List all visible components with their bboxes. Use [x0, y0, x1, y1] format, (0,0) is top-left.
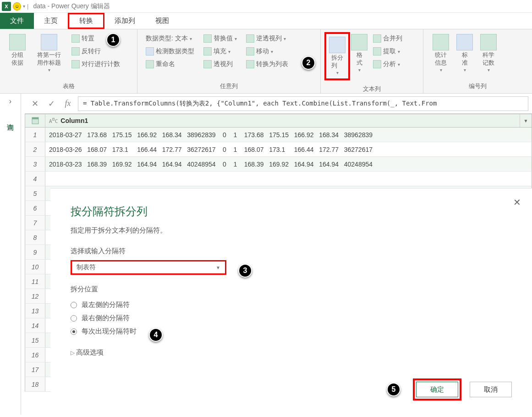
pivot-button[interactable]: 透视列	[202, 59, 239, 70]
chevron-down-icon: ▼	[216, 265, 220, 270]
table-icon	[41, 34, 57, 50]
table-row[interactable]: 22018-03-26 168.07 173.1 166.44 172.77 3…	[25, 142, 532, 157]
radio-each[interactable]: 每次出现分隔符时	[71, 325, 512, 338]
chevron-down-icon: ▾	[336, 70, 339, 76]
text-type-icon: ABC	[49, 117, 58, 124]
cell: 2018-03-26 168.07 173.1 166.44 172.77 36…	[45, 142, 532, 156]
list-icon	[246, 60, 254, 68]
formula-input[interactable]: = Table.TransformColumns(转换为表2, {"Column…	[78, 96, 528, 111]
split-at-label: 拆分位置	[71, 285, 512, 294]
cell: 2018-03-27 173.68 175.15 166.92 168.34 3…	[45, 128, 532, 142]
column-header[interactable]: ABC Column1	[45, 114, 520, 127]
merge-icon	[373, 34, 381, 43]
tab-view[interactable]: 视图	[145, 13, 179, 29]
count-rows-button[interactable]: 对行进行计数	[70, 59, 122, 70]
move-icon	[246, 47, 254, 56]
sigma-icon	[433, 34, 449, 50]
use-first-row-button[interactable]: 将第一行 用作标题 ▾	[31, 32, 67, 75]
chevron-down-icon: ▾	[228, 49, 230, 54]
row-number: 7	[25, 216, 45, 230]
chevron-down-icon: ▾	[398, 62, 400, 67]
split-column-button[interactable]: 拆分 列 ▾	[327, 35, 347, 78]
callout-5: 5	[387, 383, 400, 396]
chevron-down-icon: ▾	[440, 67, 442, 73]
fb-cancel-icon[interactable]: ✕	[28, 97, 41, 110]
cancel-button[interactable]: 取消	[470, 382, 512, 397]
standard-button[interactable]: 标 准 ▾	[455, 32, 475, 75]
extract-icon	[373, 47, 381, 56]
standard-icon	[456, 34, 473, 50]
split-column-dialog: ✕ 按分隔符拆分列 指定用于拆分文本列的分隔符。 选择或输入分隔符 制表符 ▼ …	[50, 188, 532, 417]
table-row[interactable]: 12018-03-27 173.68 175.15 166.92 168.34 …	[25, 128, 532, 142]
excel-icon: X	[2, 2, 11, 11]
scientific-button[interactable]: 科学 记数 ▾	[475, 32, 502, 75]
scientific-icon	[480, 34, 497, 50]
data-type-button[interactable]: 数据类型: 文本▾	[144, 33, 196, 44]
chevron-down-icon: ▾	[284, 36, 286, 41]
rename-button[interactable]: 重命名	[144, 59, 196, 70]
group-label-table: 表格	[0, 80, 137, 93]
row-number: 13	[25, 304, 45, 318]
transpose-icon	[71, 34, 80, 43]
row-number: 11	[25, 274, 45, 289]
row-number: 4	[25, 172, 45, 186]
row-number: 14	[25, 318, 45, 333]
svg-rect-1	[32, 117, 38, 119]
table-row[interactable]: 32018-03-23 168.39 169.92 164.94 164.94 …	[25, 157, 532, 172]
tab-file[interactable]: 文件	[0, 13, 34, 29]
grid-corner-icon[interactable]	[25, 114, 45, 127]
chevron-down-icon: ▾	[464, 67, 466, 73]
tab-add-column[interactable]: 添加列	[104, 13, 145, 29]
row-number: 18	[25, 377, 45, 391]
fill-button[interactable]: 填充▾	[202, 46, 239, 57]
table-row[interactable]: 4	[25, 172, 532, 186]
ribbon: 分组 依据 将第一行 用作标题 ▾ 转置 反转行 对行进行计数 表格 数据类型:…	[0, 29, 532, 94]
close-icon[interactable]: ✕	[513, 197, 521, 208]
reverse-icon	[71, 47, 80, 56]
unpivot-button[interactable]: 逆透视列▾	[244, 33, 290, 44]
radio-leftmost[interactable]: 最左侧的分隔符	[71, 298, 512, 311]
chevron-down-icon: ▾	[190, 36, 192, 41]
replace-button[interactable]: 替换值▾	[202, 33, 239, 44]
chevron-down-icon: ▾	[48, 67, 50, 73]
reverse-rows-button[interactable]: 反转行	[70, 46, 122, 57]
split-column-highlight: 拆分 列 ▾	[324, 32, 350, 80]
detect-type-button[interactable]: 检测数据类型	[144, 46, 196, 57]
format-button[interactable]: 格 式 ▾	[350, 32, 368, 75]
move-button[interactable]: 移动▾	[244, 46, 290, 57]
statistics-button[interactable]: 统计 信息 ▾	[427, 32, 455, 75]
fill-icon	[203, 47, 212, 56]
ok-button[interactable]: 确定	[416, 382, 458, 397]
unpivot-icon	[246, 34, 254, 43]
group-label-text: 文本列	[321, 83, 423, 96]
group-by-button[interactable]: 分组 依据	[4, 32, 31, 69]
merge-cols-button[interactable]: 合并列	[371, 33, 404, 44]
group-by-icon	[9, 34, 26, 50]
group-label-any: 任意列	[137, 80, 320, 93]
extract-button[interactable]: 提取▾	[371, 46, 404, 57]
ok-button-highlight: 确定	[413, 378, 461, 400]
column-filter-dropdown[interactable]: ▼	[520, 114, 532, 127]
row-number: 10	[25, 260, 45, 274]
queries-panel: › 查询	[0, 94, 21, 415]
fb-fx-icon[interactable]: fx	[61, 97, 74, 110]
format-icon	[351, 34, 367, 50]
fb-confirm-icon[interactable]: ✓	[45, 97, 58, 110]
callout-4: 4	[149, 328, 163, 342]
expand-panel-icon[interactable]: ›	[0, 94, 21, 109]
to-list-button[interactable]: 转换为列表	[244, 59, 290, 70]
chevron-down-icon: ▾	[358, 67, 361, 73]
radio-rightmost[interactable]: 最右侧的分隔符	[71, 311, 512, 325]
smiley-icon[interactable]: ☺	[13, 2, 21, 11]
tab-home[interactable]: 主页	[34, 13, 68, 29]
count-icon	[71, 60, 80, 68]
advanced-options-toggle[interactable]: 高级选项	[71, 348, 512, 357]
dialog-title: 按分隔符拆分列	[71, 204, 512, 219]
tab-transform[interactable]: 转换	[68, 13, 104, 29]
qat-dropdown-icon[interactable]: ▾	[23, 4, 25, 9]
parse-button[interactable]: 分析▾	[371, 59, 404, 70]
chevron-down-icon: ▾	[398, 49, 400, 54]
formula-bar: ✕ ✓ fx = Table.TransformColumns(转换为表2, {…	[25, 94, 532, 114]
delimiter-combobox[interactable]: 制表符 ▼	[71, 260, 226, 275]
delimiter-label: 选择或输入分隔符	[71, 247, 512, 256]
